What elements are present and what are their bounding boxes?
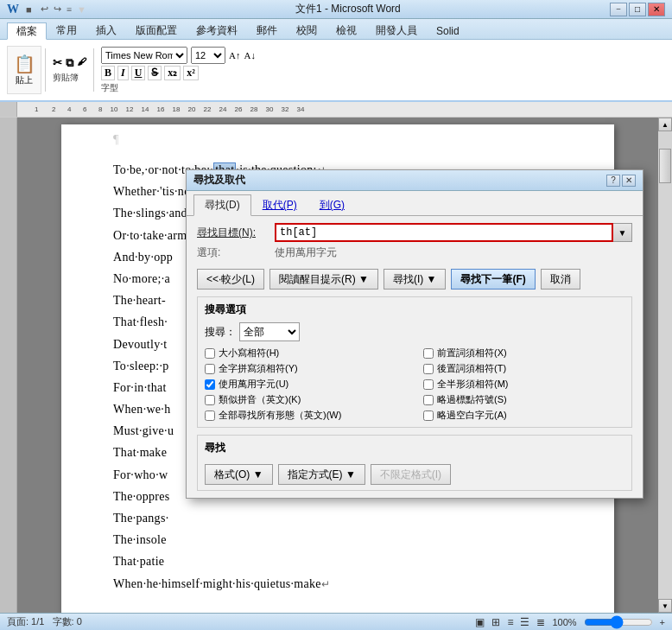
tab-view[interactable]: 檢視 [326, 22, 366, 39]
font-controls: Times New Roman 12 A↑ A↓ [101, 47, 256, 64]
format-buttons: ✂ ⧉ 🖌 [53, 56, 86, 70]
highlight-button[interactable]: 閱讀醒目提示(R) ▼ [269, 269, 378, 290]
dialog-help-button[interactable]: ? [606, 175, 620, 187]
cancel-button[interactable]: 取消 [541, 269, 580, 290]
doc-line-18: The·insole [113, 529, 562, 550]
cb-all-forms: 全部尋找所有形態（英文)(W) [205, 409, 406, 422]
bold-button[interactable]: B [101, 66, 115, 80]
strikethrough-button[interactable]: S̶ [148, 66, 162, 80]
font-name-select[interactable]: Times New Roman [101, 47, 187, 64]
shrink-font-icon[interactable]: A↓ [244, 50, 255, 60]
window-title: 文件1 - Microsoft Word [295, 2, 401, 16]
view-web-icon[interactable]: ≡ [507, 616, 513, 628]
dialog-title-controls[interactable]: ? ✕ [606, 175, 636, 187]
grow-font-icon[interactable]: A↑ [229, 50, 240, 60]
search-field-row: 尋找目標(N): ▼ [197, 223, 632, 242]
tab-insert[interactable]: 插入 [86, 22, 126, 39]
scroll-down-button[interactable]: ▼ [658, 599, 672, 613]
title-controls[interactable]: − □ ✕ [610, 3, 665, 16]
cb-fullwidth-input[interactable] [423, 379, 434, 390]
find-next-button[interactable]: 尋找下一筆(F) [451, 269, 535, 290]
scroll-track[interactable] [658, 131, 672, 599]
title-bar: W ■ ↩ ↪ ≡ ▼ 文件1 - Microsoft Word − □ ✕ [0, 0, 672, 19]
dialog-title: 尋找及取代 [193, 173, 245, 188]
tab-file[interactable]: 檔案 [7, 22, 47, 40]
tab-references[interactable]: 參考資料 [187, 22, 247, 39]
italic-button[interactable]: I [117, 66, 129, 80]
tab-layout[interactable]: 版面配置 [126, 22, 187, 39]
tab-find[interactable]: 尋找(D) [193, 194, 251, 216]
ribbon-tabs: 檔案 常用 插入 版面配置 參考資料 郵件 校閱 檢視 開發人員 Solid [0, 19, 672, 40]
cb-case-match-input[interactable] [205, 348, 215, 359]
dialog-tabs: 尋找(D) 取代(P) 到(G) [187, 191, 643, 216]
cb-suffix-match-input[interactable] [423, 364, 434, 374]
search-direction-row: 搜尋： 全部 向上 向下 [205, 322, 624, 341]
find-all-button[interactable]: 尋找(I) ▼ [384, 269, 447, 290]
cb-whole-word: 全字拼寫須相符(Y) [205, 362, 406, 375]
specify-button[interactable]: 指定方式(E) ▼ [278, 464, 365, 485]
dialog-close-button[interactable]: ✕ [622, 175, 636, 187]
tab-solid[interactable]: Solid [427, 22, 469, 39]
format-button[interactable]: 格式(O) ▼ [205, 464, 273, 485]
view-draft-icon[interactable]: ≣ [536, 616, 545, 628]
scroll-thumb[interactable] [659, 149, 671, 183]
doc-line-17: The·pangs· [113, 507, 562, 529]
search-input[interactable] [275, 223, 613, 242]
subscript-button[interactable]: x₂ [164, 66, 181, 80]
minimize-button[interactable]: − [610, 3, 627, 16]
cb-skip-whitespace: 略過空白字元(A) [423, 409, 624, 422]
view-full-icon[interactable]: ⊞ [491, 616, 500, 628]
paste-button[interactable]: 📋貼上 [7, 46, 41, 94]
search-dropdown-button[interactable]: ▼ [613, 223, 632, 242]
font-size-select[interactable]: 12 [191, 47, 225, 64]
zoom-in-button[interactable]: + [660, 617, 665, 627]
search-direction-select[interactable]: 全部 向上 向下 [239, 322, 300, 341]
tab-mailings[interactable]: 郵件 [247, 22, 287, 39]
copy-icon[interactable]: ⧉ [66, 56, 73, 70]
tab-home[interactable]: 常用 [47, 22, 86, 39]
font-label: 字型 [101, 82, 256, 94]
ruler: 1 2 4 6 8 10 12 14 16 18 20 22 24 26 28 … [0, 102, 672, 118]
close-button[interactable]: ✕ [648, 3, 665, 16]
cb-wildcard-input[interactable] [205, 379, 215, 390]
cb-skip-punctuation-label: 略過標點符號(S) [437, 393, 507, 406]
cut-icon[interactable]: ✂ [53, 56, 62, 70]
doc-line-19: That·patie [113, 550, 562, 572]
para-mark: ¶ [113, 133, 118, 147]
cb-fullwidth: 全半形須相符(M) [423, 378, 624, 391]
maximize-button[interactable]: □ [629, 3, 646, 16]
tab-review[interactable]: 校閱 [287, 22, 326, 39]
view-print-icon[interactable]: ▣ [475, 616, 485, 628]
view-outline-icon[interactable]: ☰ [520, 616, 529, 628]
vertical-scrollbar[interactable]: ▲ ▼ [658, 118, 672, 613]
cb-skip-punctuation-input[interactable] [423, 395, 434, 405]
dialog-titlebar: 尋找及取代 ? ✕ [187, 170, 643, 191]
zoom-slider[interactable] [584, 616, 653, 628]
tab-goto[interactable]: 到(G) [308, 194, 356, 215]
find-section: 尋找 格式(O) ▼ 指定方式(E) ▼ 不限定格式(I) [197, 435, 632, 491]
cb-prefix-match-input[interactable] [423, 348, 434, 359]
options-row: 選項: 使用萬用字元 [197, 245, 632, 260]
underline-button[interactable]: U [131, 66, 146, 80]
cb-suffix-match-label: 後置詞須相符(T) [437, 362, 506, 375]
tab-developer[interactable]: 開發人員 [366, 22, 427, 39]
cb-soundlike-input[interactable] [205, 395, 215, 405]
tab-replace[interactable]: 取代(P) [251, 194, 308, 215]
cb-case-match: 大小寫相符(H) [205, 347, 406, 360]
less-button[interactable]: <<·較少(L) [197, 269, 264, 290]
cb-suffix-match: 後置詞須相符(T) [423, 362, 624, 375]
cb-fullwidth-label: 全半形須相符(M) [437, 378, 509, 391]
no-format-button[interactable]: 不限定格式(I) [371, 464, 451, 485]
search-direction-label: 搜尋： [205, 325, 239, 340]
ribbon-content: 📋貼上 ✂ ⧉ 🖌 剪貼簿 Times New Roman 12 A↑ A↓ B… [0, 40, 672, 102]
text-format-buttons: B I U S̶ x₂ x² [101, 66, 256, 80]
cb-all-forms-input[interactable] [205, 410, 215, 421]
left-margin [0, 118, 17, 613]
cb-skip-whitespace-input[interactable] [423, 410, 434, 421]
doc-line-20: When·he·himself·might·his·quietus·make↵ [113, 573, 562, 595]
zoom-level: 100% [552, 617, 576, 627]
superscript-button[interactable]: x² [183, 66, 199, 80]
cb-whole-word-input[interactable] [205, 364, 215, 374]
scroll-up-button[interactable]: ▲ [658, 118, 672, 131]
brush-icon[interactable]: 🖌 [77, 56, 86, 70]
